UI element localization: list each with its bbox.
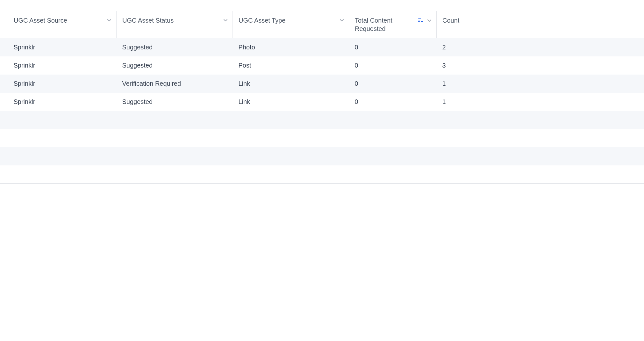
empty-rows-area — [0, 111, 644, 184]
cell-count: 3 — [437, 56, 644, 75]
cell-type: Photo — [233, 38, 349, 57]
cell-total: 0 — [349, 75, 437, 93]
column-header-label: UGC Asset Type — [239, 17, 285, 24]
cell-source: Sprinklr — [0, 93, 117, 111]
column-header-label: Count — [442, 17, 459, 24]
cell-count: 1 — [437, 93, 644, 111]
table-header-row: UGC Asset Source UGC Asset Status — [0, 11, 644, 38]
data-table: UGC Asset Source UGC Asset Status — [0, 11, 644, 184]
chevron-down-icon[interactable] — [427, 18, 432, 23]
cell-source: Sprinklr — [0, 38, 117, 57]
cell-type: Link — [233, 75, 349, 93]
table-row[interactable]: SprinklrSuggestedPost03 — [0, 56, 644, 75]
cell-status: Suggested — [117, 56, 233, 75]
chevron-down-icon[interactable] — [107, 18, 112, 23]
column-header-label: UGC Asset Source — [14, 17, 67, 24]
cell-total: 0 — [349, 93, 437, 111]
table-row[interactable]: SprinklrVerification RequiredLink01 — [0, 75, 644, 93]
table-row[interactable]: SprinklrSuggestedLink01 — [0, 93, 644, 111]
cell-count: 1 — [437, 75, 644, 93]
sort-descending-icon[interactable] — [418, 18, 424, 23]
column-header-label: Total Content Requested — [355, 17, 392, 32]
column-header-total[interactable]: Total Content Requested — [349, 11, 437, 38]
cell-total: 0 — [349, 56, 437, 75]
cell-status: Verification Required — [117, 75, 233, 93]
cell-status: Suggested — [117, 93, 233, 111]
chevron-down-icon[interactable] — [339, 18, 344, 23]
column-header-source[interactable]: UGC Asset Source — [0, 11, 117, 38]
cell-count: 2 — [437, 38, 644, 57]
cell-source: Sprinklr — [0, 56, 117, 75]
chevron-down-icon[interactable] — [223, 18, 228, 23]
cell-status: Suggested — [117, 38, 233, 57]
column-header-label: UGC Asset Status — [122, 17, 174, 24]
cell-type: Post — [233, 56, 349, 75]
column-header-type[interactable]: UGC Asset Type — [233, 11, 349, 38]
table-row[interactable]: SprinklrSuggestedPhoto02 — [0, 38, 644, 57]
cell-type: Link — [233, 93, 349, 111]
column-header-status[interactable]: UGC Asset Status — [117, 11, 233, 38]
column-header-count[interactable]: Count — [437, 11, 644, 38]
cell-source: Sprinklr — [0, 75, 117, 93]
cell-total: 0 — [349, 38, 437, 57]
